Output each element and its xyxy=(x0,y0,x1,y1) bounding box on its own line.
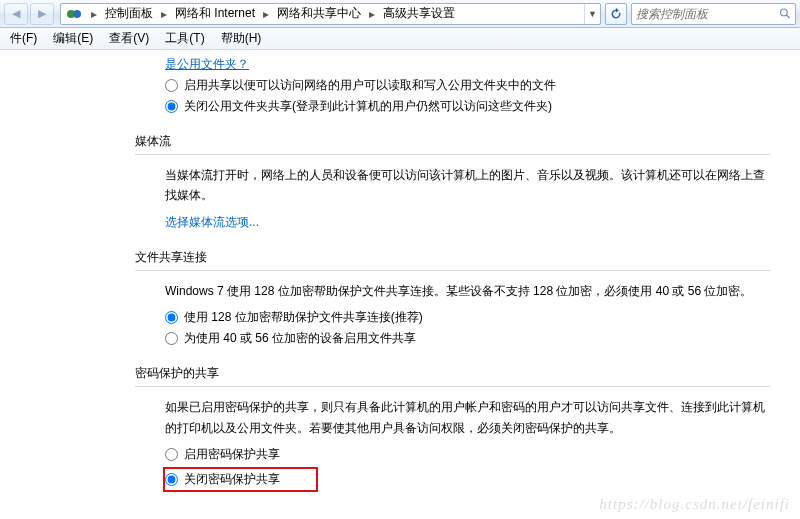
fileshare-section-desc: Windows 7 使用 128 位加密帮助保护文件共享连接。某些设备不支持 1… xyxy=(165,281,770,301)
public-folder-enable-row[interactable]: 启用共享以便可以访问网络的用户可以读取和写入公用文件夹中的文件 xyxy=(165,77,770,94)
public-folder-disable-row[interactable]: 关闭公用文件夹共享(登录到此计算机的用户仍然可以访问这些文件夹) xyxy=(165,98,770,115)
refresh-button[interactable] xyxy=(605,3,627,25)
arrow-right-icon: ▶ xyxy=(38,7,46,20)
chevron-right-icon[interactable]: ▸ xyxy=(87,4,101,24)
public-folder-disable-radio[interactable] xyxy=(165,100,178,113)
password-disable-radio[interactable] xyxy=(165,473,178,486)
fileshare-128-label: 使用 128 位加密帮助保护文件共享连接(推荐) xyxy=(184,309,423,326)
control-panel-icon xyxy=(65,5,83,23)
password-section-title: 密码保护的共享 xyxy=(135,365,770,387)
password-enable-label: 启用密码保护共享 xyxy=(184,446,280,463)
search-input[interactable] xyxy=(636,7,779,21)
fileshare-128-radio[interactable] xyxy=(165,311,178,324)
chevron-down-icon: ▼ xyxy=(588,9,597,19)
address-toolbar: ◀ ▶ ▸ 控制面板 ▸ 网络和 Internet ▸ 网络和共享中心 ▸ 高级… xyxy=(0,0,800,28)
chevron-right-icon[interactable]: ▸ xyxy=(157,4,171,24)
password-enable-row[interactable]: 启用密码保护共享 xyxy=(165,446,770,463)
fileshare-section-title: 文件共享连接 xyxy=(135,249,770,271)
content-area: 是公用文件夹？ 启用共享以便可以访问网络的用户可以读取和写入公用文件夹中的文件 … xyxy=(0,50,800,519)
media-section-desc: 当媒体流打开时，网络上的人员和设备便可以访问该计算机上的图片、音乐以及视频。该计… xyxy=(165,165,770,206)
fileshare-128-row[interactable]: 使用 128 位加密帮助保护文件共享连接(推荐) xyxy=(165,309,770,326)
svg-line-3 xyxy=(787,15,790,18)
menubar: 件(F) 编辑(E) 查看(V) 工具(T) 帮助(H) xyxy=(0,28,800,50)
breadcrumb-seg-2[interactable]: 网络和共享中心 xyxy=(273,4,365,24)
password-enable-radio[interactable] xyxy=(165,448,178,461)
public-folder-help-link[interactable]: 是公用文件夹？ xyxy=(165,57,249,71)
password-disable-label: 关闭密码保护共享 xyxy=(184,471,280,488)
menu-view[interactable]: 查看(V) xyxy=(101,28,157,49)
refresh-icon xyxy=(610,8,622,20)
back-button[interactable]: ◀ xyxy=(4,3,28,25)
public-folder-enable-label: 启用共享以便可以访问网络的用户可以读取和写入公用文件夹中的文件 xyxy=(184,77,556,94)
breadcrumb-seg-1[interactable]: 网络和 Internet xyxy=(171,4,259,24)
fileshare-4056-row[interactable]: 为使用 40 或 56 位加密的设备启用文件共享 xyxy=(165,330,770,347)
fileshare-4056-label: 为使用 40 或 56 位加密的设备启用文件共享 xyxy=(184,330,416,347)
svg-point-2 xyxy=(781,9,788,16)
menu-edit[interactable]: 编辑(E) xyxy=(45,28,101,49)
menu-help[interactable]: 帮助(H) xyxy=(213,28,270,49)
password-disable-row[interactable]: 关闭密码保护共享 xyxy=(165,471,280,488)
search-box[interactable] xyxy=(631,3,796,25)
breadcrumb-dropdown[interactable]: ▼ xyxy=(584,4,600,24)
fileshare-4056-radio[interactable] xyxy=(165,332,178,345)
public-folder-disable-label: 关闭公用文件夹共享(登录到此计算机的用户仍然可以访问这些文件夹) xyxy=(184,98,552,115)
chevron-right-icon[interactable]: ▸ xyxy=(259,4,273,24)
menu-tools[interactable]: 工具(T) xyxy=(157,28,212,49)
media-options-link[interactable]: 选择媒体流选项... xyxy=(165,215,259,229)
breadcrumb-seg-3[interactable]: 高级共享设置 xyxy=(379,4,459,24)
chevron-right-icon[interactable]: ▸ xyxy=(365,4,379,24)
breadcrumb[interactable]: ▸ 控制面板 ▸ 网络和 Internet ▸ 网络和共享中心 ▸ 高级共享设置… xyxy=(60,3,601,25)
highlight-annotation: 关闭密码保护共享 xyxy=(163,467,318,492)
forward-button[interactable]: ▶ xyxy=(30,3,54,25)
search-icon xyxy=(779,7,791,20)
menu-file[interactable]: 件(F) xyxy=(2,28,45,49)
public-folder-enable-radio[interactable] xyxy=(165,79,178,92)
media-section-title: 媒体流 xyxy=(135,133,770,155)
breadcrumb-seg-0[interactable]: 控制面板 xyxy=(101,4,157,24)
password-section-desc: 如果已启用密码保护的共享，则只有具备此计算机的用户帐户和密码的用户才可以访问共享… xyxy=(165,397,770,438)
svg-point-1 xyxy=(73,10,81,18)
arrow-left-icon: ◀ xyxy=(12,7,20,20)
